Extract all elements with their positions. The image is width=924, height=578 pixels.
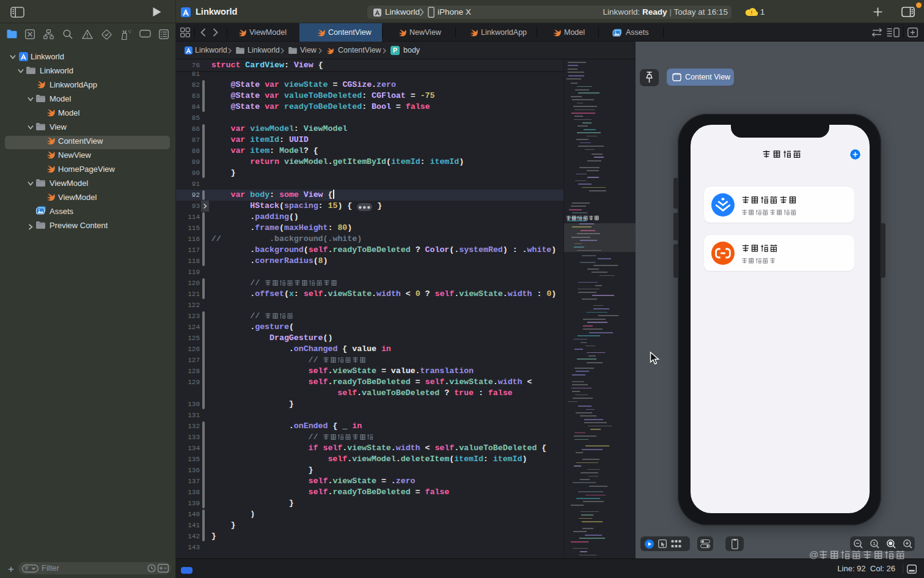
svg-text:1: 1 <box>873 541 875 546</box>
